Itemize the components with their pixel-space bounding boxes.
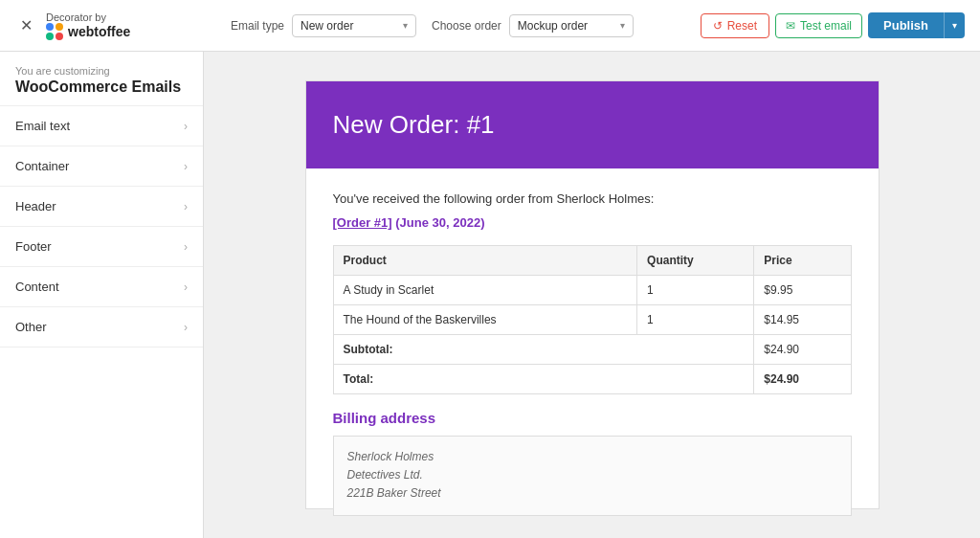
total-value: $24.90	[754, 365, 851, 394]
table-row: The Hound of the Baskervilles 1 $14.95	[333, 305, 851, 335]
cell-price: $9.95	[754, 276, 851, 305]
sidebar-item-header[interactable]: Header ›	[0, 187, 203, 227]
billing-line-2: Detectives Ltd.	[347, 468, 423, 482]
billing-address-text: Sherlock Holmes Detectives Ltd. 221B Bak…	[347, 448, 837, 504]
test-email-label: Test email	[800, 19, 852, 33]
choose-order-field: Choose order Mockup order ▾	[432, 14, 634, 37]
logo-dot-red	[56, 33, 63, 40]
subtotal-row: Subtotal: $24.90	[333, 335, 851, 365]
chevron-right-icon: ›	[184, 200, 188, 213]
test-email-icon: ✉	[786, 19, 795, 33]
col-product: Product	[333, 246, 637, 276]
col-quantity: Quantity	[637, 246, 754, 276]
sidebar-subtitle: You are customizing	[15, 65, 188, 77]
sidebar-item-label: Content	[15, 280, 59, 294]
toolbar: ✕ Decorator by webtoffee Email type New …	[0, 0, 980, 52]
email-order-line: [Order #1] (June 30, 2022)	[333, 215, 852, 230]
cell-product: The Hound of the Baskervilles	[333, 305, 637, 335]
cell-price: $14.95	[754, 305, 851, 335]
sidebar-item-label: Footer	[15, 239, 52, 254]
chevron-right-icon: ›	[184, 160, 188, 173]
cell-quantity: 1	[637, 305, 754, 335]
logo-dot-yellow	[56, 23, 63, 31]
brand-subtitle: Decorator by	[46, 11, 106, 23]
close-button[interactable]: ✕	[15, 15, 36, 36]
col-price: Price	[754, 246, 851, 276]
sidebar-item-email-text[interactable]: Email text ›	[0, 106, 203, 146]
total-row: Total: $24.90	[333, 365, 851, 394]
billing-line-1: Sherlock Holmes	[347, 450, 434, 463]
reset-button[interactable]: ↺ Reset	[701, 13, 769, 38]
email-type-label: Email type	[231, 19, 284, 33]
cell-product: A Study in Scarlet	[333, 276, 637, 305]
email-preview: New Order: #1 You've received the follow…	[204, 52, 980, 538]
sidebar-item-label: Container	[15, 159, 69, 173]
publish-button[interactable]: Publish	[868, 12, 944, 38]
email-type-field: Email type New order ▾	[231, 14, 416, 37]
email-intro: You've received the following order from…	[333, 191, 852, 206]
subtotal-value: $24.90	[754, 335, 851, 365]
logo-dot-blue	[46, 23, 54, 31]
table-row: A Study in Scarlet 1 $9.95	[333, 276, 851, 305]
billing-address: Sherlock Holmes Detectives Ltd. 221B Bak…	[333, 436, 852, 516]
sidebar: You are customizing WooCommerce Emails E…	[0, 52, 204, 538]
billing-line-3: 221B Baker Street	[347, 486, 441, 500]
choose-order-select[interactable]: Mockup order ▾	[509, 14, 634, 37]
order-table: Product Quantity Price A Study in Scarle…	[333, 245, 852, 394]
toolbar-center: Email type New order ▾ Choose order Mock…	[231, 14, 689, 37]
sidebar-item-label: Header	[15, 199, 56, 213]
sidebar-header: You are customizing WooCommerce Emails	[0, 52, 203, 106]
brand-name: webtoffee	[68, 24, 130, 39]
sidebar-title: WooCommerce Emails	[15, 78, 188, 96]
chevron-right-icon: ›	[184, 280, 188, 294]
email-type-value: New order	[301, 19, 353, 33]
brand-logo: webtoffee	[46, 23, 130, 40]
toolbar-actions: ↺ Reset ✉ Test email Publish ▾	[701, 12, 965, 38]
subtotal-label: Subtotal:	[333, 335, 754, 365]
logo-icon	[46, 23, 63, 40]
email-order-link: [Order #1]	[333, 215, 392, 230]
email-header: New Order: #1	[306, 81, 879, 168]
publish-button-group: Publish ▾	[868, 12, 965, 38]
email-order-date: (June 30, 2022)	[395, 215, 484, 230]
billing-title: Billing address	[333, 410, 852, 426]
email-type-chevron-icon: ▾	[403, 20, 408, 31]
email-header-title: New Order: #1	[333, 110, 852, 140]
choose-order-label: Choose order	[432, 19, 501, 33]
table-header-row: Product Quantity Price	[333, 246, 851, 276]
sidebar-item-label: Email text	[15, 119, 70, 133]
brand: Decorator by webtoffee	[46, 11, 130, 40]
email-body: You've received the following order from…	[306, 168, 879, 538]
sidebar-item-other[interactable]: Other ›	[0, 307, 203, 347]
cell-quantity: 1	[637, 276, 754, 305]
sidebar-item-container[interactable]: Container ›	[0, 146, 203, 187]
logo-dot-green	[46, 33, 54, 40]
chevron-right-icon: ›	[184, 321, 188, 334]
choose-order-chevron-icon: ▾	[620, 20, 625, 31]
sidebar-item-footer[interactable]: Footer ›	[0, 227, 203, 267]
main: You are customizing WooCommerce Emails E…	[0, 52, 980, 538]
chevron-right-icon: ›	[184, 120, 188, 133]
chevron-right-icon: ›	[184, 240, 188, 254]
email-type-select[interactable]: New order ▾	[292, 14, 416, 37]
sidebar-menu: Email text › Container › Header › Footer…	[0, 106, 203, 347]
sidebar-item-content[interactable]: Content ›	[0, 267, 203, 307]
sidebar-item-label: Other	[15, 320, 47, 334]
choose-order-value: Mockup order	[518, 19, 588, 33]
test-email-button[interactable]: ✉ Test email	[775, 13, 862, 38]
reset-icon: ↺	[713, 19, 723, 33]
email-container: New Order: #1 You've received the follow…	[305, 80, 880, 509]
reset-label: Reset	[727, 19, 757, 33]
publish-dropdown-button[interactable]: ▾	[944, 12, 965, 38]
toolbar-left: ✕ Decorator by webtoffee	[15, 11, 219, 40]
total-label: Total:	[333, 365, 754, 394]
